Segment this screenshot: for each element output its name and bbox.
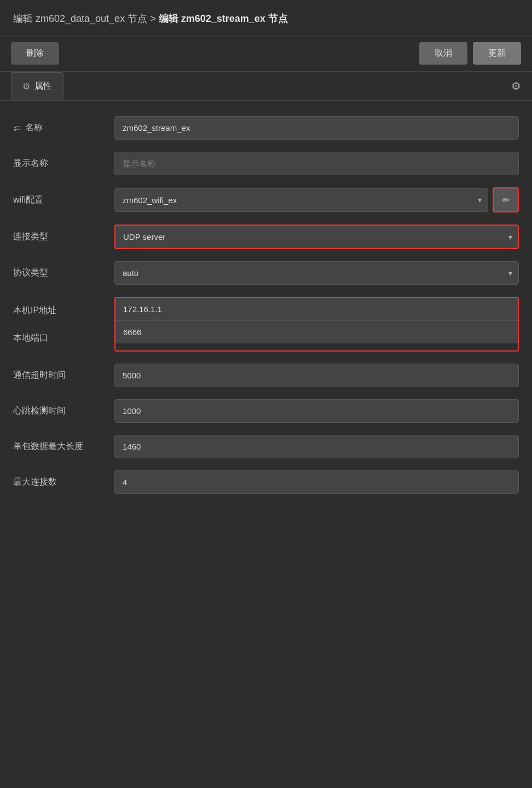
max-packet-row: 单包数据最大长度 — [13, 435, 519, 458]
wifi-select[interactable]: zm602_wifi_ex — [114, 188, 488, 212]
delete-button[interactable]: 删除 — [11, 42, 59, 65]
update-button[interactable]: 更新 — [473, 42, 521, 65]
breadcrumb: 编辑 zm602_data_out_ex 节点 > 编辑 zm602_strea… — [0, 0, 532, 36]
timeout-input[interactable] — [114, 364, 519, 387]
wifi-control: zm602_wifi_ex ▾ ✏ — [114, 187, 519, 212]
tab-properties[interactable]: ⚙ 属性 — [11, 72, 63, 100]
max-packet-label: 单包数据最大长度 — [13, 441, 114, 452]
breadcrumb-prefix: 编辑 zm602_data_out_ex 节点 > — [13, 13, 159, 24]
max-packet-input[interactable] — [114, 435, 519, 458]
protocol-select-wrapper: auto manual ▾ — [114, 261, 519, 285]
edit-pencil-icon: ✏ — [502, 195, 510, 205]
heartbeat-control — [114, 399, 519, 423]
heartbeat-label: 心跳检测时间 — [13, 405, 114, 417]
max-connections-row: 最大连接数 — [13, 470, 519, 494]
name-label: 🏷 名称 — [13, 122, 114, 134]
protocol-row: 协议类型 auto manual ▾ — [13, 261, 519, 285]
protocol-label: 协议类型 — [13, 267, 114, 279]
toolbar: 删除 取消 更新 — [0, 36, 532, 72]
max-connections-control — [114, 470, 519, 494]
wifi-select-wrapper: zm602_wifi_ex ▾ — [114, 188, 488, 212]
connection-type-label: 连接类型 — [13, 231, 114, 243]
ip-port-row: 本机IP地址 本地端口 — [13, 297, 519, 352]
max-connections-input[interactable] — [114, 470, 519, 494]
heartbeat-input[interactable] — [114, 399, 519, 423]
port-label: 本地端口 — [13, 324, 114, 352]
protocol-select[interactable]: auto manual — [114, 261, 519, 285]
wifi-edit-button[interactable]: ✏ — [493, 187, 519, 212]
name-input[interactable] — [114, 116, 519, 140]
display-name-control — [114, 152, 519, 175]
ip-port-labels: 本机IP地址 本地端口 — [13, 297, 114, 352]
wifi-row: wifi配置 zm602_wifi_ex ▾ ✏ — [13, 187, 519, 212]
timeout-row: 通信超时时间 — [13, 364, 519, 387]
protocol-control: auto manual ▾ — [114, 261, 519, 285]
connection-type-wrapper: UDP server TCP client TCP server ▾ — [114, 225, 519, 249]
settings-gear-icon[interactable]: ⚙ — [502, 72, 521, 100]
max-connections-label: 最大连接数 — [13, 476, 114, 488]
display-name-label: 显示名称 — [13, 158, 114, 169]
tab-gear-icon: ⚙ — [22, 81, 30, 91]
wifi-label: wifi配置 — [13, 194, 114, 206]
display-name-row: 显示名称 — [13, 152, 519, 175]
connection-type-select[interactable]: UDP server TCP client TCP server — [114, 225, 519, 249]
tag-icon: 🏷 — [13, 124, 21, 133]
connection-type-control: UDP server TCP client TCP server ▾ — [114, 225, 519, 249]
heartbeat-row: 心跳检测时间 — [13, 399, 519, 423]
connection-type-row: 连接类型 UDP server TCP client TCP server ▾ — [13, 225, 519, 249]
timeout-control — [114, 364, 519, 387]
ip-input[interactable] — [115, 298, 518, 321]
name-row: 🏷 名称 — [13, 116, 519, 140]
breadcrumb-current: 编辑 zm602_stream_ex 节点 — [159, 13, 288, 24]
tab-bar: ⚙ 属性 ⚙ — [0, 72, 532, 101]
timeout-label: 通信超时时间 — [13, 370, 114, 381]
display-name-input[interactable] — [114, 152, 519, 175]
cancel-button[interactable]: 取消 — [419, 42, 467, 65]
port-input[interactable] — [115, 321, 518, 343]
max-packet-control — [114, 435, 519, 458]
tab-label: 属性 — [34, 80, 52, 92]
form-area: 🏷 名称 显示名称 wifi配置 zm602_ — [0, 101, 532, 528]
name-control — [114, 116, 519, 140]
ip-port-group — [114, 297, 519, 352]
ip-port-combined: 本机IP地址 本地端口 — [13, 297, 519, 352]
ip-label: 本机IP地址 — [13, 297, 114, 324]
